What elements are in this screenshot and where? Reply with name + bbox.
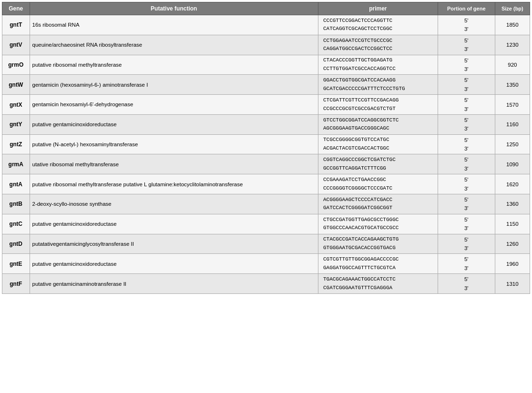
primer-cell: CTACACCCGGTTGCTGGAGATGCCTTGTGGATCGCCACCA… (318, 55, 438, 75)
portion-cell: 5'3' (438, 214, 495, 234)
gene-cell: grmO (2, 55, 30, 75)
gene-cell: gntD (2, 234, 30, 254)
primer-sequence: GGACCTGGTGGCGATCCACAAGG (323, 76, 396, 85)
table-row: gntYputative gentamicinoxidoreductaseGTC… (2, 114, 530, 134)
size-cell: 1570 (495, 95, 530, 115)
function-cell: putative gentamicinoxidoreductase (30, 114, 318, 134)
header-size: Size (bp) (495, 2, 530, 15)
gene-cell: gntX (2, 95, 30, 115)
table-row: gntCputative gentamicinoxidoreductaseCTG… (2, 214, 530, 234)
gene-cell: grmA (2, 154, 30, 174)
primer-sequence: GAGGATGGCCAGTTTCTGCGTCA (323, 264, 396, 272)
primer-sequence: CCTTGTGGATCGCCACCAGGTCC (323, 65, 396, 73)
size-cell: 1230 (495, 35, 530, 55)
table-row: gntDputatativegentamicinglycosyltransfer… (2, 234, 530, 254)
portion-cell: 5'3' (438, 174, 495, 194)
gene-cell: gntE (2, 254, 30, 274)
primer-sequence: CTACACCCGGTTGCTGGAGATG (323, 56, 392, 65)
primer-sequence: CTCGATTCGTTCCGTTCCGACAGG (323, 96, 399, 105)
gene-cell: gntV (2, 35, 30, 55)
primer-sequence: GCCGGTTCAGGATCTTTCGG (323, 164, 386, 173)
primer-cell: CGGTCAGGCCCGGCTCGATCTGCGCCGGTTCAGGATCTTT… (318, 154, 438, 174)
primer-cell: CTGCCGATGGTTGAGCGCCTGGGCGTGGCCCAACACGTGC… (318, 214, 438, 234)
function-cell: putatativegentamicinglycosyltransferase … (30, 234, 318, 254)
portion-cell: 5'3' (438, 114, 495, 134)
table-row: gntZputative (N-acetyl-) hexosaminyltran… (2, 134, 530, 154)
primer-cell: CCTGGAGAATCCGTCTGCCCGCCAGGATGGCCGACTCCGG… (318, 35, 438, 55)
portion-cell: 5'3' (438, 254, 495, 274)
portion-cell: 5'3' (438, 154, 495, 174)
portion-cell: 5'3' (438, 95, 495, 115)
portion-cell: 5'3' (438, 274, 495, 294)
primer-cell: TCGCCGGGGCGGTGTCCATGCACGACTACGTCGACCACTG… (318, 134, 438, 154)
primer-sequence: GATCCACTCGGGGATCGGCGGT (323, 204, 392, 212)
primer-sequence: TGACGCAGAAACTGGCCATCCTC (323, 275, 396, 284)
primer-cell: ACGGGGAAGCTCCCCATCGACCGATCCACTCGGGGATCGG… (318, 194, 438, 214)
gene-cell: gntZ (2, 134, 30, 154)
table-row: grmOputative ribosomal methyltransferase… (2, 55, 530, 75)
primer-sequence: CTGCCGATGGTTGAGCGCCTGGGC (323, 216, 399, 224)
primer-sequence: ACGACTACGTCGACCACTGGC (323, 144, 389, 153)
function-cell: putative (N-acetyl-) hexosaminyltransfer… (30, 134, 318, 154)
gene-cell: gntW (2, 75, 30, 95)
primer-sequence: TCGCCGGGGCGGTGTCCATGC (323, 136, 389, 144)
portion-cell: 5'3' (438, 234, 495, 254)
primer-cell: CCGAAAGATCCTGAACCGGCCCCGGGGTCGGGGCTCCCGA… (318, 174, 438, 194)
function-cell: putative gentamicinoxidoreductase (30, 254, 318, 274)
primer-sequence: GTCCTGGCGGATCCAGGCGGTCTC (323, 116, 399, 125)
table-row: gntFputative gentamicinaminotransferase … (2, 274, 530, 294)
gene-table: Gene Putative function primer Portion of… (2, 2, 530, 294)
table-row: gntXgentamicin hexosamiyl-6'-dehydrogena… (2, 95, 530, 115)
primer-sequence: CTACGCCGATCACCAGAAGCTGTG (323, 235, 399, 244)
function-cell: putative ribosomal methyltransferase put… (30, 174, 318, 194)
primer-sequence: GTGGGAATGCGACACCGGTGACG (323, 244, 396, 252)
table-row: gntT16s ribosomal RNACCCGTTCCGGACTCCCAGG… (2, 15, 530, 35)
size-cell: 1850 (495, 15, 530, 35)
primer-cell: GTCCTGGCGGATCCAGGCGGTCTCAGCGGGAAGTGACCGG… (318, 114, 438, 134)
header-primer: primer (318, 2, 438, 15)
primer-sequence: CCCGTTCCGGACTCCCAGGTTC (323, 17, 392, 25)
primer-sequence: CGTCGTTGTTGGCGGAGACCCCGC (323, 255, 399, 264)
function-cell: putative ribosomal methyltransferase (30, 55, 318, 75)
header-gene: Gene (2, 2, 30, 15)
size-cell: 1350 (495, 75, 530, 95)
size-cell: 1150 (495, 214, 530, 234)
portion-cell: 5'3' (438, 35, 495, 55)
gene-cell: gntT (2, 15, 30, 35)
gene-cell: gntY (2, 114, 30, 134)
size-cell: 1250 (495, 134, 530, 154)
size-cell: 1090 (495, 154, 530, 174)
primer-cell: CGTCGTTGTTGGCGGAGACCCCGCGAGGATGGCCAGTTTC… (318, 254, 438, 274)
function-cell: gentamicin hexosamiyl-6'-dehydrogenase (30, 95, 318, 115)
gene-cell: gntA (2, 174, 30, 194)
primer-sequence: CCCGGGGTCGGGGCTCCCGATC (323, 184, 392, 193)
primer-sequence: GCATCGACCCCCGATTTCTCCCTGTG (323, 85, 405, 93)
gene-cell: gntF (2, 274, 30, 294)
function-cell: 16s ribosomal RNA (30, 15, 318, 35)
size-cell: 1360 (495, 194, 530, 214)
size-cell: 1310 (495, 274, 530, 294)
table-row: gntVqueuine/archaeosinet RNA ribosyltran… (2, 35, 530, 55)
size-cell: 1260 (495, 234, 530, 254)
function-cell: putative gentamicinaminotransferase II (30, 274, 318, 294)
primer-sequence: CGGTCAGGCCCGGCTCGATCTGC (323, 156, 396, 164)
portion-cell: 5'3' (438, 15, 495, 35)
table-row: grmAutative ribosomal methyltransferaseC… (2, 154, 530, 174)
primer-sequence: CATCAGGTCGCAGCTCCTCGGC (323, 25, 392, 33)
primer-sequence: ACGGGGAAGCTCCCCATCGACC (323, 196, 392, 204)
table-row: gntWgentamicin (hexosaminyl-6-) aminotra… (2, 75, 530, 95)
table-row: gntAputative ribosomal methyltransferase… (2, 174, 530, 194)
gene-cell: gntB (2, 194, 30, 214)
portion-cell: 5'3' (438, 55, 495, 75)
primer-cell: CCCGTTCCGGACTCCCAGGTTCCATCAGGTCGCAGCTCCT… (318, 15, 438, 35)
function-cell: queuine/archaeosinet RNA ribosyltransfer… (30, 35, 318, 55)
primer-cell: CTCGATTCGTTCCGTTCCGACAGGCCGCCCGCGTCGCCGA… (318, 95, 438, 115)
size-cell: 1160 (495, 114, 530, 134)
header-function: Putative function (30, 2, 318, 15)
primer-sequence: CCGAAAGATCCTGAACCGGC (323, 176, 386, 184)
size-cell: 920 (495, 55, 530, 75)
portion-cell: 5'3' (438, 75, 495, 95)
table-row: gntB2-deoxy-scyllo-inosose synthaseACGGG… (2, 194, 530, 214)
function-cell: gentamicin (hexosaminyl-6-) aminotransfe… (30, 75, 318, 95)
primer-sequence: GTGGCCCAACACGTGCATGCCGCC (323, 224, 399, 232)
